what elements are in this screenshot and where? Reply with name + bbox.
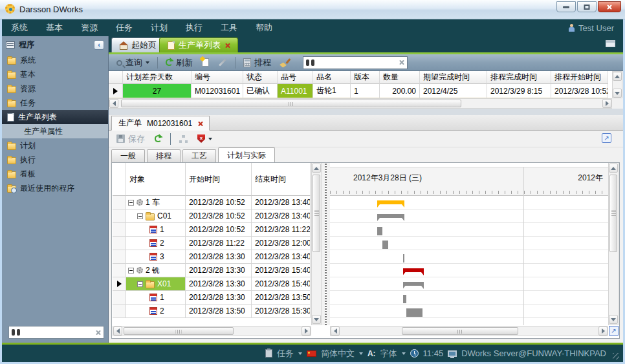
gantt-bar-task[interactable] [403, 295, 406, 303]
status-task-label[interactable]: 任务 [277, 348, 294, 359]
gantt-expand-button[interactable]: ↗ [609, 326, 619, 336]
expander-icon[interactable] [128, 268, 134, 273]
expander-icon[interactable] [137, 281, 143, 287]
window-switch-icon[interactable] [606, 40, 615, 47]
validate-button[interactable]: x [195, 133, 215, 144]
scroll-thumb[interactable] [124, 327, 234, 335]
column-header-8[interactable]: 排程完成时间 [487, 71, 551, 84]
table-row[interactable]: 27M012031601已确认A11001齿轮11200.002012/4/25… [109, 84, 612, 98]
column-header-3[interactable]: 品号 [278, 71, 313, 84]
tree-row[interactable]: 12012/3/28 13:302012/3/28 13:50 [113, 291, 311, 305]
scroll-up-button[interactable] [312, 164, 321, 173]
scroll-up-button[interactable] [613, 72, 622, 81]
save-button[interactable]: 保存 [114, 132, 148, 146]
scroll-thumb[interactable] [609, 175, 617, 252]
tree-object-cell[interactable]: 3 [126, 250, 186, 264]
menu-item-task[interactable]: 任务 [107, 19, 142, 36]
popout-button[interactable]: ↗ [602, 133, 611, 143]
menu-item-system[interactable]: 系统 [2, 19, 37, 36]
plan-column-header-2[interactable]: 结束时间 [252, 163, 311, 196]
column-header-0[interactable]: 计划差异天数 [123, 71, 192, 84]
doc-tab-close-icon[interactable] [197, 121, 203, 126]
scroll-right-button[interactable] [598, 327, 608, 336]
tree-row[interactable]: 2 铣2012/3/28 13:302012/3/28 15:40 [113, 264, 311, 277]
scroll-thumb[interactable] [312, 175, 320, 252]
status-language-label[interactable]: 简体中文 [321, 348, 355, 359]
expander-icon[interactable] [128, 200, 134, 206]
expander-icon[interactable] [137, 213, 143, 219]
sidebar-item-task[interactable]: 任务 [2, 96, 108, 110]
tree-object-cell[interactable]: 1 [126, 223, 186, 237]
clean-button[interactable] [278, 57, 292, 69]
column-header-9[interactable]: 排程开始时间 [551, 71, 608, 84]
tree-horizontal-scrollbar[interactable] [113, 326, 311, 336]
tree-row[interactable]: 12012/3/28 10:522012/3/28 11:22 [113, 223, 311, 237]
sidebar-item-plan[interactable]: 计划 [2, 138, 108, 153]
detail-tab-schedule[interactable]: 排程 [147, 149, 181, 162]
maximize-button[interactable] [577, 1, 597, 12]
menu-item-tools[interactable]: 工具 [212, 19, 247, 36]
tree-row[interactable]: 22012/3/28 11:222012/3/28 12:00 [113, 237, 311, 250]
tree-row[interactable]: 32012/3/28 13:302012/3/28 13:40 [113, 250, 311, 264]
sidebar-search-input[interactable] [23, 328, 93, 337]
scroll-up-button[interactable] [609, 164, 618, 173]
sidebar-item-production-order-props[interactable]: 生产单属性 [2, 124, 108, 138]
list-search-clear-icon[interactable] [399, 59, 404, 65]
font-dropdown-icon[interactable] [402, 352, 406, 355]
splitter-band[interactable] [109, 109, 623, 115]
minimize-button[interactable] [556, 1, 576, 12]
scroll-thumb[interactable] [402, 327, 518, 335]
sidebar-collapse-button[interactable]: ‹ [94, 40, 104, 50]
gantt-bar-task[interactable] [406, 308, 422, 317]
vertical-splitter[interactable] [322, 163, 330, 325]
plan-column-header-0[interactable]: 对象 [126, 163, 186, 196]
scroll-down-button[interactable] [312, 315, 321, 324]
status-font-label[interactable]: 字体 [380, 348, 397, 359]
tree-object-cell[interactable]: 1 车 [126, 196, 186, 209]
tree-object-cell[interactable]: 2 [126, 237, 186, 250]
sidebar-item-basic[interactable]: 基本 [2, 67, 108, 81]
resize-grip[interactable] [613, 353, 619, 359]
column-header-2[interactable]: 状态 [243, 71, 278, 84]
orders-horizontal-scrollbar[interactable] [109, 98, 612, 109]
column-header-1[interactable]: 编号 [192, 71, 243, 84]
detail-tab-plan-vs-actual[interactable]: 计划与实际 [218, 147, 275, 162]
tree-object-cell[interactable]: 2 [126, 305, 186, 318]
user-indicator[interactable]: Test User [568, 19, 614, 36]
tab-close-icon[interactable] [225, 43, 230, 48]
detail-doc-tab[interactable]: 生产单 M012031601 [111, 116, 210, 131]
tree-vertical-scrollbar[interactable] [311, 163, 322, 325]
tree-object-cell[interactable]: 2 铣 [126, 264, 186, 277]
menu-item-basic[interactable]: 基本 [37, 19, 72, 36]
schedule-button[interactable]: 排程 [241, 56, 274, 70]
sidebar-item-production-order-list[interactable]: 生产单列表 [2, 110, 108, 124]
plan-column-header-1[interactable]: 开始时间 [186, 163, 252, 196]
menu-item-plan[interactable]: 计划 [142, 19, 177, 36]
gantt-horizontal-scrollbar[interactable] [330, 326, 608, 336]
sidebar-item-execute[interactable]: 执行 [2, 153, 108, 167]
gantt-bar-task[interactable] [377, 227, 382, 235]
tree-object-cell[interactable]: 1 [126, 291, 186, 305]
scroll-right-button[interactable] [302, 327, 311, 336]
sidebar-item-recent-programs[interactable]: 最近使用的程序 [2, 181, 108, 195]
scroll-left-button[interactable] [331, 327, 340, 336]
menu-item-execute[interactable]: 执行 [177, 19, 212, 36]
scroll-down-button[interactable] [613, 89, 622, 98]
column-header-6[interactable]: 数量 [380, 71, 420, 84]
gantt-bar-task[interactable] [382, 241, 389, 249]
detail-tab-process[interactable]: 工艺 [182, 149, 216, 162]
detail-refresh-button[interactable] [152, 134, 164, 144]
scroll-left-button[interactable] [109, 99, 118, 108]
tree-row[interactable]: X012012/3/28 13:302012/3/28 15:40 [113, 277, 311, 291]
sidebar-item-system[interactable]: 系统 [2, 53, 108, 67]
new-button[interactable] [199, 57, 212, 68]
menu-item-resource[interactable]: 资源 [72, 19, 107, 36]
tree-object-cell[interactable]: C01 [126, 209, 186, 223]
refresh-button[interactable]: 刷新 [163, 56, 195, 70]
query-button[interactable]: 查询 [114, 56, 152, 70]
scroll-thumb[interactable] [121, 100, 461, 107]
scroll-down-button[interactable] [609, 315, 618, 324]
tree-row[interactable]: C012012/3/28 10:522012/3/28 13:40 [113, 209, 311, 223]
orders-vertical-scrollbar[interactable] [612, 71, 622, 98]
language-dropdown-icon[interactable] [359, 352, 363, 355]
